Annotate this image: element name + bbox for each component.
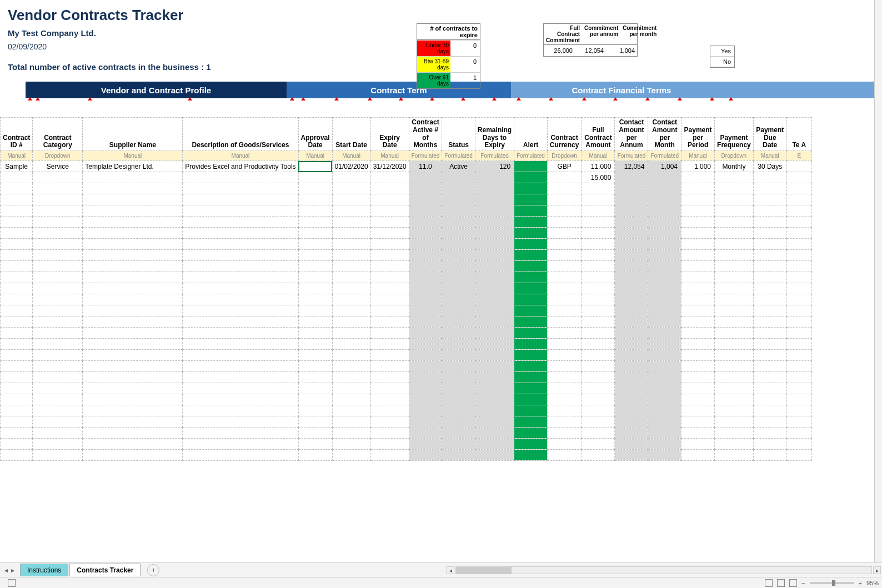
cell[interactable]: [370, 305, 409, 316]
cell[interactable]: [681, 316, 715, 328]
cell[interactable]: [298, 416, 332, 428]
cell[interactable]: [514, 194, 548, 205]
cell[interactable]: [547, 283, 582, 294]
cell[interactable]: [582, 239, 615, 250]
cell[interactable]: [1, 272, 33, 283]
cell[interactable]: [442, 328, 475, 339]
cell[interactable]: [681, 239, 715, 250]
cell[interactable]: [183, 283, 298, 294]
cell[interactable]: [753, 261, 786, 272]
cell[interactable]: [753, 394, 786, 405]
cell[interactable]: [475, 394, 514, 405]
cell[interactable]: [547, 261, 582, 272]
cell[interactable]: [681, 450, 715, 461]
cell[interactable]: [582, 428, 615, 439]
cell[interactable]: [514, 161, 548, 172]
cell[interactable]: [33, 194, 83, 205]
cell[interactable]: [183, 194, 298, 205]
cell[interactable]: [442, 439, 475, 450]
cell[interactable]: [475, 383, 514, 394]
cell[interactable]: [514, 361, 548, 372]
cell[interactable]: [33, 428, 83, 439]
cell[interactable]: [615, 217, 648, 228]
cell[interactable]: [298, 439, 332, 450]
cell[interactable]: [33, 294, 83, 305]
cell[interactable]: [33, 450, 83, 461]
hscroll-track[interactable]: [455, 566, 872, 574]
cell[interactable]: 01/02/2020: [332, 161, 370, 172]
cell[interactable]: [475, 450, 514, 461]
cell[interactable]: [83, 283, 183, 294]
cell[interactable]: [514, 250, 548, 261]
cell[interactable]: [83, 339, 183, 350]
cell[interactable]: [298, 283, 332, 294]
sheet-tab[interactable]: Instructions: [20, 564, 68, 576]
cell[interactable]: [332, 272, 370, 283]
cell[interactable]: [786, 250, 811, 261]
cell[interactable]: [547, 450, 582, 461]
cell[interactable]: [582, 316, 615, 328]
column-header[interactable]: Te A: [786, 118, 811, 151]
cell[interactable]: [547, 272, 582, 283]
cell[interactable]: [615, 350, 648, 361]
cell[interactable]: [648, 217, 681, 228]
cell[interactable]: [298, 272, 332, 283]
cell[interactable]: [615, 283, 648, 294]
cell[interactable]: [442, 172, 475, 183]
cell[interactable]: [648, 316, 681, 328]
vertical-scrollbar[interactable]: [874, 0, 882, 562]
cell[interactable]: [786, 217, 811, 228]
cell[interactable]: [183, 172, 298, 183]
cell[interactable]: [547, 316, 582, 328]
cell[interactable]: [547, 205, 582, 217]
cell[interactable]: [648, 339, 681, 350]
cell[interactable]: [681, 439, 715, 450]
cell[interactable]: [1, 294, 33, 305]
cell[interactable]: [442, 194, 475, 205]
column-header[interactable]: Contract ID #: [1, 118, 33, 151]
cell[interactable]: [442, 205, 475, 217]
cell[interactable]: [332, 250, 370, 261]
cell[interactable]: [475, 205, 514, 217]
cell[interactable]: [514, 372, 548, 383]
cell[interactable]: [547, 294, 582, 305]
cell[interactable]: [83, 261, 183, 272]
cell[interactable]: [332, 361, 370, 372]
cell[interactable]: [298, 294, 332, 305]
cell[interactable]: [475, 183, 514, 194]
cell[interactable]: [475, 217, 514, 228]
cell[interactable]: [442, 283, 475, 294]
cell[interactable]: [183, 383, 298, 394]
cell[interactable]: [514, 394, 548, 405]
cell[interactable]: [715, 350, 754, 361]
cell[interactable]: [370, 228, 409, 239]
cell[interactable]: [332, 316, 370, 328]
cell[interactable]: [332, 217, 370, 228]
cell[interactable]: [786, 394, 811, 405]
column-header[interactable]: Status: [442, 118, 475, 151]
cell[interactable]: [183, 450, 298, 461]
cell[interactable]: [547, 328, 582, 339]
cell[interactable]: [753, 361, 786, 372]
cell[interactable]: [332, 383, 370, 394]
cell[interactable]: [298, 328, 332, 339]
cell[interactable]: [183, 261, 298, 272]
cell[interactable]: [615, 294, 648, 305]
cell[interactable]: [582, 383, 615, 394]
cell[interactable]: [786, 161, 811, 172]
cell[interactable]: [409, 405, 442, 416]
cell[interactable]: [786, 383, 811, 394]
cell[interactable]: [183, 272, 298, 283]
cell[interactable]: [298, 394, 332, 405]
cell[interactable]: [648, 183, 681, 194]
cell[interactable]: [332, 228, 370, 239]
cell[interactable]: [83, 450, 183, 461]
cell[interactable]: [786, 183, 811, 194]
cell[interactable]: [33, 205, 83, 217]
cell[interactable]: 1,000: [681, 161, 715, 172]
cell[interactable]: [33, 416, 83, 428]
cell[interactable]: [475, 228, 514, 239]
cell[interactable]: [33, 439, 83, 450]
cell[interactable]: [298, 228, 332, 239]
cell[interactable]: [298, 161, 332, 172]
